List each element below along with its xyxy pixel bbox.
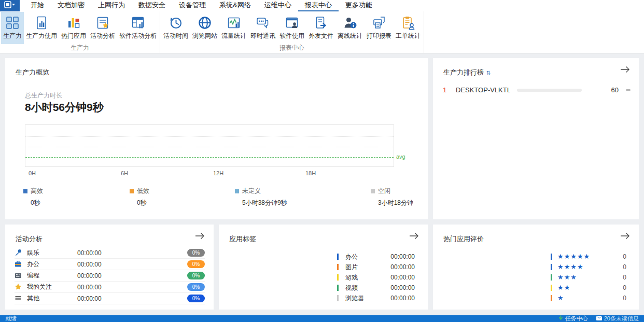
rating-row-1-star[interactable]: ★ 0 — [551, 293, 626, 303]
activity-row-my-focus[interactable]: 我的关注 00:00:00 0% — [15, 282, 205, 293]
ribbon-button-hot-apps[interactable]: 热门应用 — [59, 12, 88, 44]
legend-label: 空闲 — [378, 187, 390, 195]
ribbon-button-label: 打印报表 — [367, 32, 391, 40]
activity-label: 娱乐 — [27, 248, 77, 257]
ribbon-button-activity-analysis[interactable]: 活动分析 — [88, 12, 117, 44]
legend-item-efficient: 高效 0秒 — [23, 187, 43, 207]
document-chart-icon — [34, 16, 49, 30]
menu-tab-ops-center[interactable]: 运维中心 — [258, 0, 298, 11]
trend-flat-icon — [626, 89, 631, 91]
ribbon-button-label: 活动分析 — [90, 32, 115, 40]
app-tag-row-pictures[interactable]: 图片 00:00:00 — [337, 262, 415, 272]
traffic-chart-icon — [227, 16, 241, 30]
activity-row-other[interactable]: 其他 00:00:00 0% — [15, 293, 205, 304]
tag-label: 办公 — [345, 253, 390, 261]
menu-lines-icon — [15, 295, 22, 302]
activity-row-programming[interactable]: 编程 00:00:00 0% — [15, 270, 205, 282]
unread-messages-button[interactable]: 20条未读信息 — [596, 315, 639, 322]
ribbon-button-label: 活动时间 — [163, 32, 188, 40]
ribbon-button-browse-websites[interactable]: 浏览网站 — [190, 12, 219, 44]
rating-row-4-stars[interactable]: ★★★★ 0 — [551, 262, 626, 272]
legend-label: 未定义 — [242, 187, 261, 195]
printer-icon — [372, 16, 386, 30]
ribbon-button-instant-messaging[interactable]: 即时通讯 — [248, 12, 277, 44]
menu-tab-start[interactable]: 开始 — [24, 0, 51, 11]
ribbon-button-outgoing-files[interactable]: 外发文件 — [306, 12, 335, 44]
legend-swatch — [23, 189, 27, 193]
menu-tab-document-encryption[interactable]: 文档加密 — [51, 0, 91, 11]
panel-more-arrow[interactable] — [620, 232, 631, 241]
rating-color-bar — [551, 254, 552, 260]
rank-number: 1 — [443, 86, 451, 94]
app-tag-row-office[interactable]: 办公 00:00:00 — [337, 251, 415, 262]
score-value: 60 — [605, 86, 619, 94]
ribbon-button-software-activity-analysis[interactable]: 软件活动分析 — [117, 12, 159, 44]
clock-history-icon — [169, 16, 183, 30]
ranking-row[interactable]: 1 DESKTOP-VLKTL... 60 — [441, 86, 631, 94]
ribbon-button-label: 生产力 — [3, 32, 22, 40]
app-tag-row-games[interactable]: 游戏 00:00:00 — [337, 272, 415, 283]
ribbon-button-productivity[interactable]: 生产力 — [1, 12, 24, 44]
app-menu-button[interactable] — [0, 0, 20, 11]
ribbon-button-label: 浏览网站 — [192, 32, 217, 40]
tag-label: 游戏 — [345, 273, 390, 282]
menu-tab-data-security[interactable]: 数据安全 — [132, 0, 172, 11]
menu-tab-internet-behavior[interactable]: 上网行为 — [91, 0, 132, 11]
rating-color-bar — [551, 274, 552, 281]
legend-value: 3小时18分钟 — [378, 199, 413, 207]
tag-color-bar — [337, 295, 339, 301]
panel-more-arrow[interactable] — [409, 232, 419, 241]
menu-tab-device-management[interactable]: 设备管理 — [172, 0, 213, 11]
legend-item-undefined: 未定义 5小时38分钟9秒 — [235, 187, 287, 207]
window-chart-icon — [131, 16, 145, 30]
task-center-button[interactable]: 任务中心 — [558, 315, 588, 322]
user-info-icon — [343, 16, 357, 30]
activity-row-entertainment[interactable]: 娱乐 00:00:00 0% — [15, 247, 205, 259]
total-productivity-value: 8小时56分钟9秒 — [25, 100, 104, 115]
ribbon-button-productivity-usage[interactable]: 生产力使用 — [24, 12, 59, 44]
ribbon-button-label: 外发文件 — [309, 32, 333, 40]
rating-color-bar — [551, 264, 552, 270]
legend-swatch — [371, 189, 375, 193]
ribbon: 生产力 生产力使用 热门应用 — [0, 11, 644, 53]
menu-tab-report-center[interactable]: 报表中心 — [298, 0, 339, 11]
status-ready-text: 就绪 — [5, 315, 17, 322]
activity-percent-badge: 0% — [187, 260, 205, 268]
panel-more-arrow[interactable] — [620, 66, 631, 74]
rating-row-3-stars[interactable]: ★★★ 0 — [551, 272, 626, 283]
panel-title: 活动分析 — [16, 234, 43, 244]
rating-count: 0 — [623, 274, 626, 281]
menu-tab-more-features[interactable]: 更多功能 — [339, 0, 379, 11]
app-tag-row-video[interactable]: 视频 00:00:00 — [337, 283, 415, 293]
activity-row-office[interactable]: 办公 00:00:00 0% — [15, 259, 205, 270]
menu-tab-system-network[interactable]: 系统&网络 — [213, 0, 258, 11]
keyboard-icon — [15, 272, 22, 279]
ribbon-button-work-order-stats[interactable]: 工单统计 — [394, 12, 423, 44]
activity-time: 00:00:00 — [77, 249, 102, 257]
ribbon-button-label: 生产力使用 — [26, 32, 57, 40]
app-window: 开始 文档加密 上网行为 数据安全 设备管理 系统&网络 运维中心 报表中心 更… — [0, 0, 644, 322]
ribbon-button-activity-time[interactable]: 活动时间 — [161, 12, 190, 44]
app-tag-row-browser[interactable]: 浏览器 00:00:00 — [337, 293, 415, 303]
tag-color-bar — [337, 285, 339, 291]
x-tick: 0H — [29, 170, 36, 176]
panel-more-arrow[interactable] — [195, 232, 205, 241]
ribbon-button-software-usage[interactable]: 软件使用 — [277, 12, 306, 44]
ribbon-button-traffic-stats[interactable]: 流量统计 — [219, 12, 248, 44]
rating-row-2-stars[interactable]: ★★ 0 — [551, 283, 626, 293]
panel-title: 生产力概览 — [16, 68, 49, 77]
bar-chart-icon — [66, 16, 81, 30]
document-export-icon — [314, 16, 328, 30]
app-tag-list: 办公 00:00:00 图片 00:00:00 游戏 00:00:00 视频 0… — [337, 251, 415, 303]
rating-row-5-stars[interactable]: ★★★★★ 0 — [551, 251, 626, 262]
activity-label: 编程 — [27, 271, 77, 280]
tag-time: 00:00:00 — [390, 263, 415, 271]
activity-time: 00:00:00 — [77, 261, 102, 268]
tag-time: 00:00:00 — [390, 253, 415, 260]
ribbon-button-offline-stats[interactable]: 离线统计 — [335, 12, 365, 44]
ribbon-button-print-reports[interactable]: 打印报表 — [365, 12, 394, 44]
sort-icon[interactable]: ⇅ — [486, 70, 491, 76]
menubar: 开始 文档加密 上网行为 数据安全 设备管理 系统&网络 运维中心 报表中心 更… — [0, 0, 644, 11]
legend-swatch — [235, 189, 239, 193]
activity-label: 其他 — [27, 294, 77, 303]
